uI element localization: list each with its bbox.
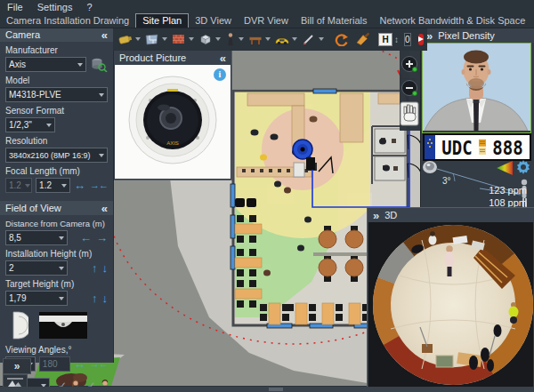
- menu-settings[interactable]: Settings: [37, 2, 73, 12]
- camera-tool-caret[interactable]: [135, 37, 141, 41]
- 3d-preview-panel: » 3D: [367, 207, 534, 389]
- expand-panel-button[interactable]: »: [3, 358, 31, 374]
- furniture-tool-icon[interactable]: [247, 30, 263, 48]
- fisheye-view[interactable]: [368, 222, 533, 388]
- tab-bill-of-materials[interactable]: Bill of Materials: [295, 14, 374, 28]
- menu-help[interactable]: ?: [86, 2, 92, 12]
- sensor-format-select[interactable]: 1/2,3": [5, 117, 55, 132]
- collapse-product-panel-icon[interactable]: «: [220, 52, 226, 65]
- camera-side-preview: [9, 309, 28, 341]
- object-tool-icon[interactable]: [198, 30, 214, 48]
- zoom-out-button[interactable]: [402, 81, 417, 96]
- pixel-density-settings-icon[interactable]: [517, 160, 530, 174]
- focal-length-label: Focal Length (mm): [5, 166, 108, 176]
- plate-eu-strip: [425, 135, 435, 159]
- zoom-in-button[interactable]: [402, 57, 417, 72]
- floor-plan-tool-icon[interactable]: [144, 30, 160, 48]
- collapse-fov-panel-icon[interactable]: «: [101, 202, 108, 215]
- distance-select[interactable]: 8,5: [5, 230, 68, 245]
- viewing-angles-alt-value: 180: [43, 359, 58, 369]
- resolution-value: 3840x2160 (8MP 16:9): [9, 151, 90, 160]
- collapse-camera-panel-icon[interactable]: «: [101, 28, 108, 42]
- updown-icon: ↕: [394, 35, 399, 44]
- focal-length-value: 1.2: [39, 180, 52, 190]
- target-up-icon[interactable]: ↑: [92, 292, 98, 304]
- installation-down-icon[interactable]: ↓: [102, 262, 109, 274]
- product-picture-title: Product Picture: [119, 52, 186, 63]
- tab-camera-installation-drawing[interactable]: Camera Installation Drawing: [0, 14, 135, 28]
- distance-decrease-icon[interactable]: ←: [80, 232, 92, 244]
- angles-widen-icon[interactable]: ↔: [74, 358, 85, 370]
- distance-label: Distance from Camera (m): [5, 219, 108, 228]
- sensor-format-label: Sensor Format: [5, 106, 108, 116]
- focal-widen-icon[interactable]: ↔: [74, 180, 85, 191]
- pan-hand-button[interactable]: [400, 102, 418, 125]
- person-tool-icon[interactable]: [224, 30, 237, 48]
- camera-database-icon[interactable]: [90, 57, 108, 72]
- viewing-angles-alt: 180: [39, 356, 70, 372]
- play-icon: [418, 36, 424, 42]
- resolution-select[interactable]: 3840x2160 (8MP 16:9): [5, 148, 108, 163]
- wall-tool-caret[interactable]: [189, 37, 194, 41]
- model-select[interactable]: M4318-PLVE: [5, 87, 108, 102]
- wall-tool-icon[interactable]: [171, 30, 187, 48]
- installation-height-select[interactable]: 2: [5, 260, 68, 276]
- angles-narrow-icon[interactable]: →←: [90, 359, 108, 369]
- license-plate-preview: UDC 888: [423, 133, 531, 161]
- model-value: M4318-PLVE: [9, 90, 61, 100]
- manufacturer-select[interactable]: Axis: [5, 57, 86, 72]
- product-photo: AXIS i: [115, 65, 231, 179]
- focal-length-select[interactable]: 1.2: [36, 178, 70, 193]
- product-picture-header: Product Picture «: [114, 51, 231, 65]
- target-height-select[interactable]: 1,79: [5, 291, 68, 306]
- ppm-face-value: 123 ppm: [489, 185, 527, 196]
- fov-panel-title: Field of View: [5, 203, 61, 213]
- focal-min-value: 1.2: [9, 180, 21, 190]
- sensor-format-value: 1/2,3": [9, 120, 32, 130]
- scrollbar-thumb[interactable]: [269, 388, 283, 391]
- expand-3d-panel-icon[interactable]: »: [373, 209, 379, 222]
- person-tool-caret[interactable]: [239, 37, 244, 41]
- tab-dvr-view[interactable]: DVR View: [238, 14, 295, 28]
- draw-tool-icon[interactable]: [301, 30, 317, 48]
- height-value-input[interactable]: 0: [404, 33, 411, 46]
- menu-bar: File Settings ?: [0, 0, 534, 13]
- angle-value: 3°: [442, 176, 451, 186]
- tab-network-bandwidth[interactable]: Network Bandwidth & Disk Space: [373, 14, 531, 28]
- horizontal-scrollbar[interactable]: [0, 387, 534, 392]
- fill-tool-icon[interactable]: [355, 30, 371, 48]
- info-icon[interactable]: i: [214, 68, 226, 81]
- pixel-density-header: » Pixel Density: [421, 28, 534, 43]
- tab-3d-view[interactable]: 3D View: [189, 14, 238, 28]
- installation-up-icon[interactable]: ↑: [92, 262, 98, 274]
- pixel-density-panel: » Pixel Density: [420, 28, 534, 211]
- object-tool-caret[interactable]: [215, 37, 221, 41]
- focal-narrow-icon[interactable]: →←: [90, 180, 108, 190]
- focal-min-select: 1.2: [5, 178, 32, 193]
- distance-increase-icon[interactable]: →: [96, 232, 108, 244]
- camera-tool-icon[interactable]: [117, 30, 134, 48]
- 3d-panel-header: » 3D: [368, 208, 534, 222]
- 3d-panel-title: 3D: [384, 210, 397, 220]
- undo-button[interactable]: [333, 30, 349, 48]
- vehicle-tool-caret[interactable]: [292, 37, 297, 41]
- distance-value: 8,5: [9, 233, 21, 243]
- map-zoom-toolbar: [400, 51, 420, 131]
- furniture-tool-caret[interactable]: [265, 37, 271, 41]
- model-label: Model: [5, 76, 108, 85]
- camera-panel-title: Camera: [5, 29, 40, 40]
- expand-pixel-panel-icon[interactable]: »: [426, 29, 433, 43]
- menu-file[interactable]: File: [7, 2, 23, 12]
- target-down-icon[interactable]: ↓: [102, 292, 109, 304]
- camera-mount-preview: [39, 312, 87, 339]
- draw-tool-caret[interactable]: [319, 37, 324, 41]
- manufacturer-value: Axis: [9, 60, 26, 69]
- floor-plan-tool-caret[interactable]: [162, 37, 167, 41]
- tab-site-plan[interactable]: Site Plan: [135, 13, 189, 28]
- video-tutorial-button[interactable]: [418, 34, 424, 45]
- height-tool[interactable]: H ↕: [378, 30, 400, 48]
- plate-sticker: [479, 138, 486, 156]
- face-preview: [422, 43, 531, 133]
- drawing-toolbar: H ↕ 0: [113, 28, 427, 51]
- vehicle-tool-icon[interactable]: [274, 30, 290, 48]
